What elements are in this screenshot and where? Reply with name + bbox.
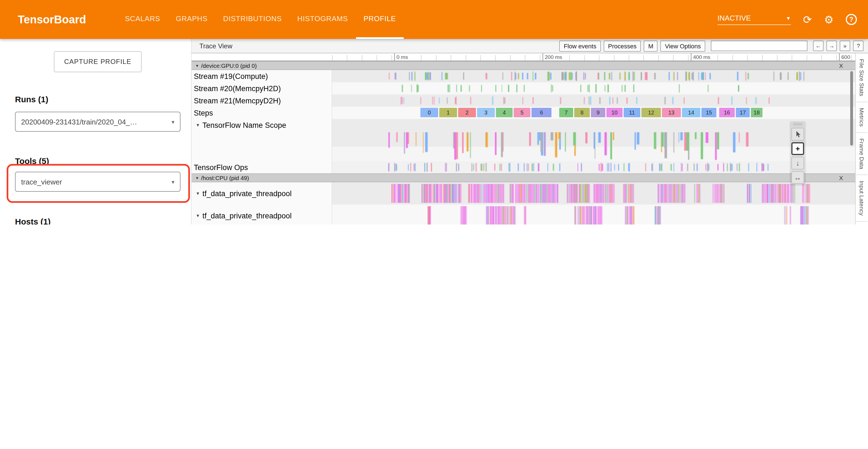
- step-block[interactable]: 15: [702, 108, 716, 117]
- capture-profile-button[interactable]: CAPTURE PROFILE: [54, 51, 142, 72]
- track-label[interactable]: ▾TensorFlow Name Scope: [192, 119, 332, 131]
- step-block[interactable]: 18: [751, 108, 763, 117]
- step-block[interactable]: 9: [591, 108, 605, 117]
- process-header[interactable]: ▾/host:CPU (pid 49)X: [192, 173, 855, 182]
- hosts-heading: Hosts (1): [15, 217, 51, 224]
- step-block[interactable]: 14: [682, 108, 700, 117]
- track-label[interactable]: ▾tf_data_private_threadpool: [192, 205, 332, 224]
- step-block[interactable]: 1: [439, 108, 457, 117]
- analysis-tab-strip: File Size StatsMetricsFrame DataInput La…: [855, 53, 868, 224]
- track-label: Stream #20(MemcpyH2D): [192, 82, 332, 94]
- status-dropdown[interactable]: INACTIVE ▼: [717, 14, 791, 25]
- trace-view-title: Trace View: [199, 42, 232, 50]
- nav-help-button[interactable]: ?: [853, 40, 864, 51]
- nav-forward-button[interactable]: →: [826, 40, 837, 51]
- step-block[interactable]: 7: [559, 108, 573, 117]
- track-label: TensorFlow Ops: [192, 161, 332, 173]
- step-block[interactable]: 2: [458, 108, 476, 117]
- side-tab-file-size-stats[interactable]: File Size Stats: [856, 53, 867, 102]
- tab-histograms[interactable]: HISTOGRAMS: [289, 0, 356, 39]
- side-tab-alerts[interactable]: Alerts: [856, 222, 867, 224]
- ruler-tick-label: 600: [839, 53, 850, 61]
- step-block[interactable]: 0: [421, 108, 438, 117]
- help-icon[interactable]: ?: [846, 14, 857, 25]
- trace-search-input[interactable]: [711, 40, 807, 51]
- nav-back-button[interactable]: ←: [813, 40, 824, 51]
- step-block[interactable]: 6: [531, 108, 552, 117]
- step-block[interactable]: 11: [624, 108, 640, 117]
- tab-graphs[interactable]: GRAPHS: [168, 0, 215, 39]
- settings-gear-icon[interactable]: ⚙: [824, 14, 834, 25]
- app-title: TensorBoard: [18, 13, 86, 26]
- trace-toolbar-buttons: Flow eventsProcessesMView Options: [559, 40, 705, 51]
- side-tab-input-latency[interactable]: Input Latency: [856, 175, 867, 222]
- runs-dropdown[interactable]: 20200409-231431/train/2020_04_… ▾: [15, 112, 181, 132]
- process-header[interactable]: ▾/device:GPU:0 (pid 0)X: [192, 61, 855, 70]
- step-block[interactable]: 10: [607, 108, 623, 117]
- toolbar-button-m[interactable]: M: [644, 40, 657, 51]
- zoom-tool-button[interactable]: +: [792, 142, 804, 155]
- timeline-ruler[interactable]: 0 ms200 ms400 ms600: [192, 53, 855, 61]
- plus-icon: +: [796, 145, 800, 153]
- track-name: tf_data_private_threadpool: [203, 189, 291, 198]
- step-block[interactable]: 16: [719, 108, 735, 117]
- horizontal-arrow-icon: ↔: [794, 173, 801, 182]
- chevron-down-icon: ▼: [786, 15, 791, 21]
- side-tab-frame-data[interactable]: Frame Data: [856, 133, 867, 175]
- tools-dropdown[interactable]: trace_viewer ▾: [15, 172, 181, 192]
- vertical-scrollbar-thumb[interactable]: [850, 71, 853, 146]
- trace-view-pane: Trace View Flow eventsProcessesMView Opt…: [192, 39, 868, 224]
- refresh-icon[interactable]: ⟳: [803, 14, 812, 25]
- select-tool-button[interactable]: [792, 128, 804, 141]
- tab-profile[interactable]: PROFILE: [356, 0, 404, 39]
- collapse-arrow-icon: ▾: [196, 122, 199, 128]
- cursor-icon: [794, 130, 801, 138]
- step-block[interactable]: 17: [736, 108, 750, 117]
- tab-scalars[interactable]: SCALARS: [117, 0, 168, 39]
- step-block[interactable]: 13: [662, 108, 681, 117]
- track-label[interactable]: ▾tf_data_private_threadpool: [192, 182, 332, 205]
- step-block[interactable]: 3: [477, 108, 495, 117]
- track-name: TensorFlow Name Scope: [203, 121, 286, 129]
- track-name: Stream #19(Compute): [194, 72, 268, 80]
- down-arrow-icon: ↓: [796, 159, 800, 167]
- toolbar-button-view-options[interactable]: View Options: [660, 40, 705, 51]
- track-label: Stream #19(Compute): [192, 70, 332, 82]
- close-button[interactable]: X: [839, 62, 843, 69]
- track-label: Stream #21(MemcpyD2H): [192, 94, 332, 107]
- step-block[interactable]: 4: [496, 108, 513, 117]
- track-name: tf_data_private_threadpool: [203, 211, 291, 220]
- track-name: Steps: [194, 109, 213, 117]
- topbar: TensorBoard SCALARSGRAPHSDISTRIBUTIONSHI…: [0, 0, 868, 39]
- track-name: TensorFlow Ops: [194, 163, 248, 172]
- nav-jump-button[interactable]: »: [840, 40, 850, 51]
- toolbar-button-processes[interactable]: Processes: [603, 40, 641, 51]
- ruler-ticks: [332, 55, 855, 61]
- track-name: Stream #21(MemcpyD2H): [194, 96, 281, 105]
- tools-heading: Tools (5): [15, 156, 49, 166]
- track-label: Steps: [192, 107, 332, 119]
- side-tab-metrics[interactable]: Metrics: [856, 102, 867, 133]
- collapse-arrow-icon: ▾: [196, 63, 198, 68]
- step-block[interactable]: 12: [642, 108, 661, 117]
- timing-tool-button[interactable]: ↔: [792, 171, 804, 184]
- collapse-arrow-icon: ▾: [196, 190, 199, 196]
- ruler-tick-label: 400 ms: [691, 53, 710, 61]
- track-name: Stream #20(MemcpyH2D): [194, 84, 281, 92]
- collapse-arrow-icon: ▾: [196, 213, 199, 218]
- trace-tool-palette: + ↓ ↔: [790, 121, 806, 186]
- nav-tabs: SCALARSGRAPHSDISTRIBUTIONSHISTOGRAMSPROF…: [117, 0, 404, 39]
- step-block[interactable]: 5: [514, 108, 530, 117]
- palette-handle[interactable]: [793, 123, 803, 126]
- pan-tool-button[interactable]: ↓: [792, 157, 804, 170]
- close-button[interactable]: X: [839, 174, 843, 182]
- step-block[interactable]: 8: [574, 108, 590, 117]
- topbar-controls: INACTIVE ▼ ⟳ ⚙ ?: [717, 14, 857, 25]
- process-title: /device:GPU:0 (pid 0): [201, 62, 257, 69]
- runs-value: 20200409-231431/train/2020_04_…: [21, 118, 137, 126]
- ruler-tick-label: 0 ms: [394, 53, 408, 61]
- tab-distributions[interactable]: DISTRIBUTIONS: [215, 0, 289, 39]
- collapse-arrow-icon: ▾: [196, 175, 198, 180]
- toolbar-button-flow-events[interactable]: Flow events: [559, 40, 600, 51]
- status-label: INACTIVE: [717, 14, 751, 22]
